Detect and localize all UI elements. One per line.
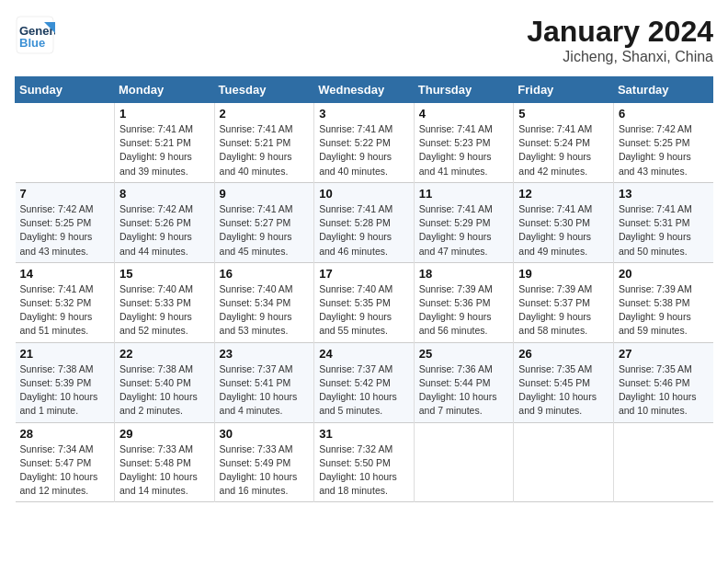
calendar-cell: 9Sunrise: 7:41 AMSunset: 5:27 PMDaylight… [214,182,314,262]
calendar-week-3: 14Sunrise: 7:41 AMSunset: 5:32 PMDayligh… [16,262,713,342]
day-number: 30 [220,427,310,441]
calendar-cell: 30Sunrise: 7:33 AMSunset: 5:49 PMDayligh… [214,422,314,502]
day-info: Sunrise: 7:37 AMSunset: 5:41 PMDaylight:… [220,362,310,419]
calendar-cell [414,422,514,502]
day-number: 12 [518,187,609,201]
calendar-cell [16,103,115,183]
page-header: General Blue January 2024 Jicheng, Shanx… [15,15,713,65]
calendar-cell: 3Sunrise: 7:41 AMSunset: 5:22 PMDaylight… [314,103,415,183]
day-number: 10 [319,187,409,201]
logo: General Blue [15,15,55,55]
day-number: 3 [319,107,409,121]
month-title: January 2024 [527,15,713,49]
day-info: Sunrise: 7:39 AMSunset: 5:37 PMDaylight:… [518,282,609,339]
calendar-cell: 29Sunrise: 7:33 AMSunset: 5:48 PMDayligh… [115,422,215,502]
day-number: 5 [518,107,609,121]
calendar-cell [613,422,712,502]
day-number: 20 [619,267,709,281]
calendar-cell: 2Sunrise: 7:41 AMSunset: 5:21 PMDaylight… [214,103,314,183]
title-section: January 2024 Jicheng, Shanxi, China [527,15,713,65]
logo-icon: General Blue [15,15,55,55]
day-info: Sunrise: 7:41 AMSunset: 5:21 PMDaylight:… [220,122,310,178]
day-number: 26 [518,347,609,361]
day-info: Sunrise: 7:34 AMSunset: 5:47 PMDaylight:… [20,442,110,499]
day-number: 29 [119,427,210,441]
day-number: 19 [518,267,609,281]
day-info: Sunrise: 7:33 AMSunset: 5:49 PMDaylight:… [220,442,310,499]
header-saturday: Saturday [613,77,712,103]
day-info: Sunrise: 7:41 AMSunset: 5:30 PMDaylight:… [518,202,609,259]
day-info: Sunrise: 7:39 AMSunset: 5:38 PMDaylight:… [619,282,709,339]
header-sunday: Sunday [16,77,115,103]
calendar-week-1: 1Sunrise: 7:41 AMSunset: 5:21 PMDaylight… [16,103,713,183]
day-info: Sunrise: 7:41 AMSunset: 5:28 PMDaylight:… [319,202,409,259]
calendar-cell: 6Sunrise: 7:42 AMSunset: 5:25 PMDaylight… [613,103,712,183]
location-title: Jicheng, Shanxi, China [527,49,713,65]
calendar-table: SundayMondayTuesdayWednesdayThursdayFrid… [15,76,713,502]
day-info: Sunrise: 7:41 AMSunset: 5:32 PMDaylight:… [20,282,110,339]
day-info: Sunrise: 7:41 AMSunset: 5:24 PMDaylight:… [518,122,609,178]
calendar-cell: 17Sunrise: 7:40 AMSunset: 5:35 PMDayligh… [314,262,415,342]
day-info: Sunrise: 7:41 AMSunset: 5:31 PMDaylight:… [619,202,709,259]
calendar-cell: 20Sunrise: 7:39 AMSunset: 5:38 PMDayligh… [613,262,712,342]
header-monday: Monday [115,77,215,103]
day-number: 24 [319,347,409,361]
day-number: 25 [419,347,509,361]
day-info: Sunrise: 7:40 AMSunset: 5:34 PMDaylight:… [220,282,310,339]
calendar-cell: 21Sunrise: 7:38 AMSunset: 5:39 PMDayligh… [16,342,115,422]
day-number: 15 [119,267,210,281]
calendar-cell: 31Sunrise: 7:32 AMSunset: 5:50 PMDayligh… [314,422,415,502]
calendar-cell: 7Sunrise: 7:42 AMSunset: 5:25 PMDaylight… [16,182,115,262]
calendar-week-5: 28Sunrise: 7:34 AMSunset: 5:47 PMDayligh… [16,422,713,502]
calendar-cell: 19Sunrise: 7:39 AMSunset: 5:37 PMDayligh… [514,262,614,342]
svg-text:Blue: Blue [19,36,45,50]
calendar-cell: 16Sunrise: 7:40 AMSunset: 5:34 PMDayligh… [214,262,314,342]
calendar-cell: 12Sunrise: 7:41 AMSunset: 5:30 PMDayligh… [514,182,614,262]
day-number: 16 [220,267,310,281]
day-info: Sunrise: 7:42 AMSunset: 5:26 PMDaylight:… [119,202,210,259]
day-info: Sunrise: 7:37 AMSunset: 5:42 PMDaylight:… [319,362,409,419]
day-info: Sunrise: 7:40 AMSunset: 5:35 PMDaylight:… [319,282,409,339]
day-info: Sunrise: 7:41 AMSunset: 5:21 PMDaylight:… [119,122,210,178]
day-info: Sunrise: 7:33 AMSunset: 5:48 PMDaylight:… [119,442,210,499]
day-info: Sunrise: 7:39 AMSunset: 5:36 PMDaylight:… [419,282,509,339]
calendar-body: 1Sunrise: 7:41 AMSunset: 5:21 PMDaylight… [16,103,713,502]
day-info: Sunrise: 7:38 AMSunset: 5:39 PMDaylight:… [20,362,110,419]
calendar-cell: 10Sunrise: 7:41 AMSunset: 5:28 PMDayligh… [314,182,415,262]
calendar-cell: 24Sunrise: 7:37 AMSunset: 5:42 PMDayligh… [314,342,415,422]
calendar-cell: 13Sunrise: 7:41 AMSunset: 5:31 PMDayligh… [613,182,712,262]
calendar-cell: 14Sunrise: 7:41 AMSunset: 5:32 PMDayligh… [16,262,115,342]
calendar-cell: 28Sunrise: 7:34 AMSunset: 5:47 PMDayligh… [16,422,115,502]
day-number: 27 [619,347,709,361]
calendar-cell: 4Sunrise: 7:41 AMSunset: 5:23 PMDaylight… [414,103,514,183]
calendar-cell: 26Sunrise: 7:35 AMSunset: 5:45 PMDayligh… [514,342,614,422]
header-tuesday: Tuesday [214,77,314,103]
day-number: 1 [119,107,210,121]
header-wednesday: Wednesday [314,77,415,103]
day-number: 11 [419,187,509,201]
day-number: 21 [20,347,110,361]
calendar-header-row: SundayMondayTuesdayWednesdayThursdayFrid… [16,77,713,103]
day-number: 2 [220,107,310,121]
day-info: Sunrise: 7:41 AMSunset: 5:27 PMDaylight:… [220,202,310,259]
day-info: Sunrise: 7:42 AMSunset: 5:25 PMDaylight:… [619,122,709,178]
calendar-cell: 15Sunrise: 7:40 AMSunset: 5:33 PMDayligh… [115,262,215,342]
calendar-cell [514,422,614,502]
day-number: 6 [619,107,709,121]
day-info: Sunrise: 7:41 AMSunset: 5:22 PMDaylight:… [319,122,409,178]
day-number: 17 [319,267,409,281]
calendar-week-4: 21Sunrise: 7:38 AMSunset: 5:39 PMDayligh… [16,342,713,422]
calendar-cell: 1Sunrise: 7:41 AMSunset: 5:21 PMDaylight… [115,103,215,183]
header-thursday: Thursday [414,77,514,103]
day-info: Sunrise: 7:35 AMSunset: 5:45 PMDaylight:… [518,362,609,419]
calendar-cell: 11Sunrise: 7:41 AMSunset: 5:29 PMDayligh… [414,182,514,262]
calendar-cell: 27Sunrise: 7:35 AMSunset: 5:46 PMDayligh… [613,342,712,422]
day-info: Sunrise: 7:32 AMSunset: 5:50 PMDaylight:… [319,442,409,499]
day-number: 18 [419,267,509,281]
day-number: 23 [220,347,310,361]
day-number: 22 [119,347,210,361]
calendar-cell: 23Sunrise: 7:37 AMSunset: 5:41 PMDayligh… [214,342,314,422]
day-info: Sunrise: 7:38 AMSunset: 5:40 PMDaylight:… [119,362,210,419]
calendar-cell: 18Sunrise: 7:39 AMSunset: 5:36 PMDayligh… [414,262,514,342]
day-info: Sunrise: 7:42 AMSunset: 5:25 PMDaylight:… [20,202,110,259]
